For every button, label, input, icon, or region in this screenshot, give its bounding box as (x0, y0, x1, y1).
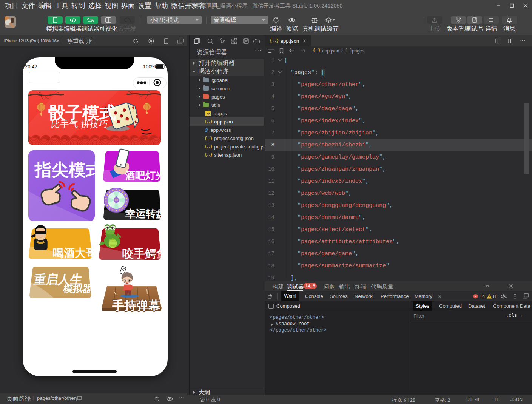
svg-text:GO: GO (115, 199, 118, 201)
